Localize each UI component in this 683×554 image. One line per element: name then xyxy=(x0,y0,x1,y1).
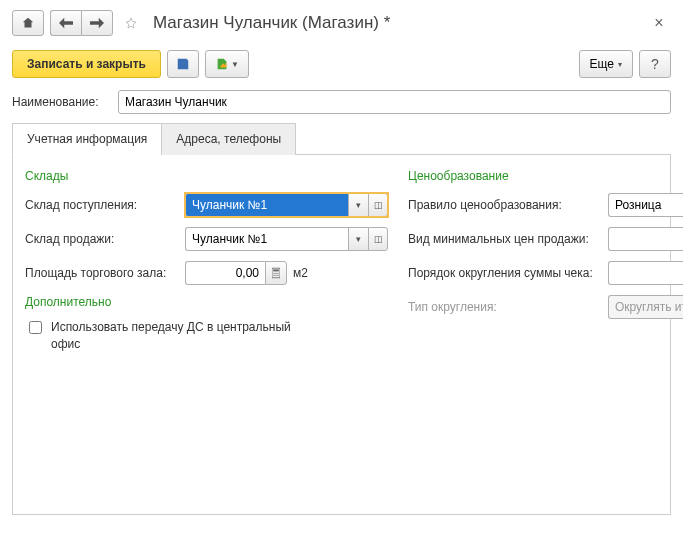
area-input[interactable] xyxy=(185,261,265,285)
receipt-warehouse-input[interactable] xyxy=(185,193,348,217)
min-price-label: Вид минимальных цен продажи: xyxy=(408,232,608,246)
calculator-button[interactable] xyxy=(265,261,287,285)
pricing-section: Ценообразование xyxy=(408,169,683,183)
rounding-type-combo: ▾ xyxy=(608,295,683,319)
chevron-down-icon: ▼ xyxy=(231,60,239,69)
toolbar: Записать и закрыть ▼ Еще ▾ ? xyxy=(12,44,671,90)
star-icon xyxy=(125,14,137,32)
rounding-type-input xyxy=(608,295,683,319)
min-price-combo: ▾ ◫ xyxy=(608,227,683,251)
more-button[interactable]: Еще ▾ xyxy=(579,50,633,78)
svg-rect-1 xyxy=(273,269,279,271)
home-icon xyxy=(21,16,35,30)
chevron-down-icon: ▾ xyxy=(618,60,622,69)
save-icon xyxy=(176,57,190,71)
tab-addresses[interactable]: Адреса, телефоны xyxy=(161,123,296,155)
rounding-order-input[interactable] xyxy=(608,261,683,285)
warehouses-section: Склады xyxy=(25,169,388,183)
area-unit: м2 xyxy=(293,266,308,280)
sale-warehouse-input[interactable] xyxy=(185,227,348,251)
svg-point-4 xyxy=(277,273,278,274)
dropdown-button[interactable]: ▾ xyxy=(348,227,368,251)
report-icon xyxy=(215,57,229,71)
sale-warehouse-combo: ▾ ◫ xyxy=(185,227,388,251)
dropdown-button[interactable]: ▾ xyxy=(348,193,368,217)
svg-point-6 xyxy=(275,275,276,276)
name-input[interactable] xyxy=(118,90,671,114)
window-title: Магазин Чуланчик (Магазин) * xyxy=(153,13,390,33)
close-icon: × xyxy=(654,14,663,31)
svg-point-7 xyxy=(277,275,278,276)
favorite-button[interactable] xyxy=(119,11,143,35)
svg-point-2 xyxy=(273,273,274,274)
tabs: Учетная информация Адреса, телефоны xyxy=(12,122,671,155)
help-icon: ? xyxy=(651,56,659,72)
tab-body: Склады Склад поступления: ▾ ◫ Склад прод… xyxy=(12,155,671,515)
left-column: Склады Склад поступления: ▾ ◫ Склад прод… xyxy=(25,169,388,500)
arrow-right-icon xyxy=(90,17,104,29)
rounding-order-combo: ▾ xyxy=(608,261,683,285)
svg-point-5 xyxy=(273,275,274,276)
name-label: Наименование: xyxy=(12,95,112,109)
close-button[interactable]: × xyxy=(647,11,671,35)
arrow-left-icon xyxy=(59,17,73,29)
help-button[interactable]: ? xyxy=(639,50,671,78)
sale-warehouse-label: Склад продажи: xyxy=(25,232,185,246)
chevron-down-icon: ▾ xyxy=(356,234,361,244)
save-close-button[interactable]: Записать и закрыть xyxy=(12,50,161,78)
report-button[interactable]: ▼ xyxy=(205,50,249,78)
rounding-order-label: Порядок округления суммы чека: xyxy=(408,266,608,280)
home-button[interactable] xyxy=(12,10,44,36)
transfer-checkbox[interactable] xyxy=(29,321,42,334)
open-icon: ◫ xyxy=(374,200,383,210)
receipt-warehouse-label: Склад поступления: xyxy=(25,198,185,212)
area-label: Площадь торгового зала: xyxy=(25,266,185,280)
pricing-rule-input[interactable] xyxy=(608,193,683,217)
titlebar: Магазин Чуланчик (Магазин) * × xyxy=(12,10,671,44)
chevron-down-icon: ▾ xyxy=(356,200,361,210)
right-column: Ценообразование Правило ценообразования:… xyxy=(408,169,683,500)
open-icon: ◫ xyxy=(374,234,383,244)
save-button[interactable] xyxy=(167,50,199,78)
transfer-checkbox-label: Использовать передачу ДС в центральный о… xyxy=(51,319,291,353)
forward-button[interactable] xyxy=(81,10,113,36)
back-button[interactable] xyxy=(50,10,81,36)
open-button[interactable]: ◫ xyxy=(368,227,388,251)
open-button[interactable]: ◫ xyxy=(368,193,388,217)
min-price-input[interactable] xyxy=(608,227,683,251)
additional-section: Дополнительно xyxy=(25,295,388,309)
svg-point-3 xyxy=(275,273,276,274)
receipt-warehouse-combo: ▾ ◫ xyxy=(185,193,388,217)
pricing-rule-label: Правило ценообразования: xyxy=(408,198,608,212)
tab-accounting[interactable]: Учетная информация xyxy=(12,123,162,155)
calculator-icon xyxy=(272,267,280,279)
rounding-type-label: Тип округления: xyxy=(408,300,608,314)
pricing-rule-combo: ▾ ◫ xyxy=(608,193,683,217)
